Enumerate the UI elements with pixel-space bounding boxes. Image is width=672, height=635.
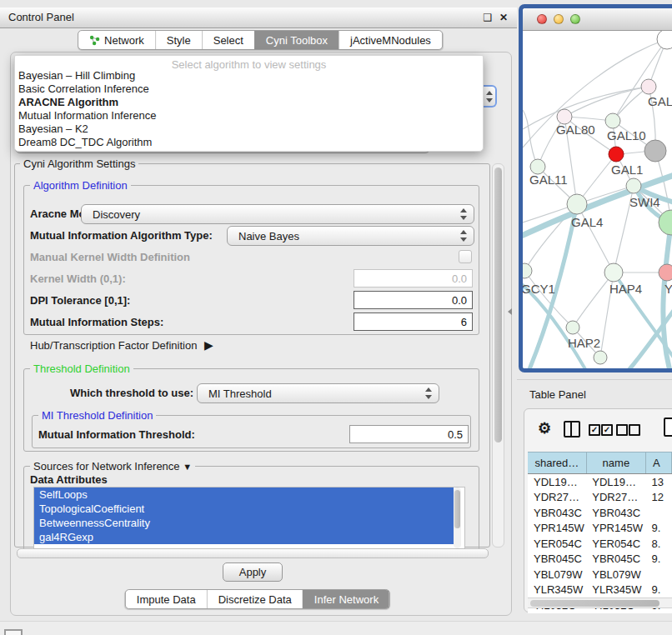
- tab-cyni-toolbox[interactable]: Cyni Toolbox: [254, 31, 339, 49]
- manual-kernel-width-checkbox[interactable]: [459, 250, 472, 263]
- network-node[interactable]: [659, 264, 672, 281]
- table-row[interactable]: YPR145WYPR145W9.: [528, 521, 672, 537]
- combo-stepper-icon: [425, 388, 432, 399]
- apply-button[interactable]: Apply: [223, 562, 283, 582]
- mi-steps-input[interactable]: [354, 312, 473, 331]
- network-node[interactable]: [567, 194, 587, 214]
- network-node-label: GAL: [648, 94, 672, 108]
- table-cell: YER054C: [528, 536, 586, 552]
- table-horizontal-scrollbar[interactable]: [528, 598, 672, 608]
- algorithm-option[interactable]: ARACNE Algorithm: [15, 96, 483, 109]
- deselect-all-columns-icon[interactable]: [616, 424, 628, 436]
- float-window-icon[interactable]: ❑: [482, 12, 494, 23]
- panel-divider-collapse-icon[interactable]: [508, 308, 512, 315]
- table-row[interactable]: YLR345WYLR345W9.: [528, 582, 672, 598]
- select-all-columns-icon[interactable]: ✓: [589, 424, 600, 436]
- table-cell: YLR345W: [528, 582, 586, 598]
- table-row[interactable]: YBR043CYBR043C: [528, 505, 672, 521]
- column-header-name[interactable]: name: [586, 452, 645, 474]
- attribute-list-item[interactable]: gal4RGexp: [34, 530, 454, 544]
- attribute-list-item[interactable]: SelfLoops: [34, 488, 454, 502]
- control-panel-tabbar: Network Style Select Cyni Toolbox jActiv…: [78, 30, 443, 50]
- network-node-label: GAL11: [529, 172, 568, 187]
- table-row[interactable]: YER054CYER054C8.: [528, 536, 672, 552]
- manual-kernel-width-label: Manual Kernel Width Definition: [30, 251, 190, 263]
- hub-collapsed-arrow-icon: ▶: [204, 338, 213, 352]
- tab-network[interactable]: Network: [78, 31, 155, 49]
- kernel-width-input[interactable]: [354, 269, 473, 288]
- new-table-icon[interactable]: [664, 418, 672, 437]
- aracne-mode-combobox[interactable]: Discovery: [81, 204, 474, 224]
- network-node[interactable]: [609, 147, 624, 162]
- tab-impute-data[interactable]: Impute Data: [126, 590, 207, 608]
- network-node-label: SWI4: [629, 195, 660, 209]
- network-node[interactable]: [604, 263, 623, 282]
- deselect-all-columns-icon[interactable]: [629, 424, 640, 436]
- tab-jactivemnodules[interactable]: jActiveMNodules: [339, 31, 442, 49]
- network-node[interactable]: [594, 351, 607, 364]
- split-columns-icon[interactable]: [564, 421, 580, 438]
- zoom-traffic-light[interactable]: [570, 14, 580, 24]
- table-cell: YDL19…: [586, 474, 645, 490]
- algorithm-option[interactable]: Dream8 DC_TDC Algorithm: [15, 136, 483, 149]
- table-cell: YLR345W: [586, 582, 645, 598]
- tab-infer-network[interactable]: Infer Network: [303, 590, 389, 608]
- tab-style[interactable]: Style: [155, 31, 202, 49]
- combo-stepper-icon: [486, 91, 493, 102]
- dpi-tolerance-input[interactable]: [354, 291, 473, 309]
- table-cell: [645, 505, 671, 521]
- attributes-list-scrollbar[interactable]: [454, 488, 461, 548]
- algorithm-definition-title: Algorithm Definition: [30, 179, 131, 192]
- table-row[interactable]: YDL19…YDL19…13: [528, 474, 672, 490]
- network-node[interactable]: [626, 178, 641, 193]
- which-threshold-combobox[interactable]: MI Threshold: [197, 383, 439, 403]
- settings-horizontal-scrollbar[interactable]: [17, 548, 489, 558]
- combo-stepper-icon: [460, 208, 467, 220]
- hub-definition-label: Hub/Transcription Factor Definition: [30, 339, 197, 352]
- column-header-shared-name[interactable]: shared…: [528, 452, 586, 474]
- sources-toggle[interactable]: Sources for Network Inference ▼: [30, 460, 195, 472]
- collapsed-panel-icon[interactable]: [4, 629, 23, 635]
- sources-expanded-arrow-icon: ▼: [183, 462, 192, 472]
- table-row[interactable]: YBL079WYBL079W: [528, 567, 672, 582]
- network-node[interactable]: [605, 113, 620, 128]
- network-node[interactable]: [644, 140, 666, 162]
- algorithm-option[interactable]: Bayesian – Hill Climbing: [15, 69, 483, 82]
- network-node[interactable]: [641, 79, 656, 94]
- algorithm-option[interactable]: Mutual Information Inference: [15, 109, 483, 122]
- settings-vertical-scrollbar[interactable]: [492, 163, 504, 548]
- network-node[interactable]: [657, 31, 672, 49]
- cyni-bottom-tabbar: Impute Data Discretize Data Infer Networ…: [125, 589, 390, 609]
- table-row[interactable]: YDR27…YDR27…12: [528, 490, 672, 506]
- network-tab-icon: [89, 35, 100, 46]
- network-window-titlebar: [523, 8, 672, 31]
- table-cell: YBL079W: [586, 567, 645, 582]
- minimize-traffic-light[interactable]: [554, 14, 564, 24]
- threshold-definition-title: Threshold Definition: [30, 362, 133, 375]
- network-node[interactable]: [659, 210, 672, 235]
- tab-discretize-data[interactable]: Discretize Data: [207, 590, 303, 608]
- mi-algorithm-type-combobox[interactable]: Naive Bayes: [227, 226, 474, 246]
- tab-select[interactable]: Select: [202, 31, 254, 49]
- mi-threshold-input[interactable]: [349, 425, 469, 443]
- network-node[interactable]: [566, 321, 579, 334]
- control-panel-titlebar: Control Panel ❑ ✕: [0, 7, 517, 28]
- close-icon[interactable]: ✕: [498, 12, 509, 23]
- network-canvas[interactable]: GALGAL80GAL10GAL1GAL11SWI4GAL4GCY1HAP4YH…: [523, 31, 672, 369]
- algorithm-option[interactable]: Basic Correlation Inference: [15, 82, 483, 96]
- attribute-list-item[interactable]: TopologicalCoefficient: [34, 502, 454, 516]
- select-all-columns-icon[interactable]: ✓: [601, 424, 613, 436]
- dpi-tolerance-label: DPI Tolerance [0,1]:: [30, 294, 130, 307]
- attribute-list-item[interactable]: BetweennessCentrality: [34, 516, 454, 530]
- hub-definition-toggle[interactable]: Hub/Transcription Factor Definition ▶: [30, 338, 213, 352]
- network-node-label: GAL1: [611, 162, 643, 177]
- close-traffic-light[interactable]: [537, 14, 547, 24]
- focused-combobox-fragment[interactable]: [482, 85, 497, 108]
- table-cell: YDR27…: [586, 490, 645, 506]
- table-header-row: shared… name A: [528, 452, 672, 474]
- column-header-partial[interactable]: A: [645, 452, 671, 474]
- network-node[interactable]: [523, 263, 532, 278]
- gear-icon[interactable]: ⚙: [538, 419, 551, 438]
- table-row[interactable]: YBR045CYBR045C9.: [528, 552, 672, 568]
- algorithm-option[interactable]: Bayesian – K2: [15, 122, 483, 136]
